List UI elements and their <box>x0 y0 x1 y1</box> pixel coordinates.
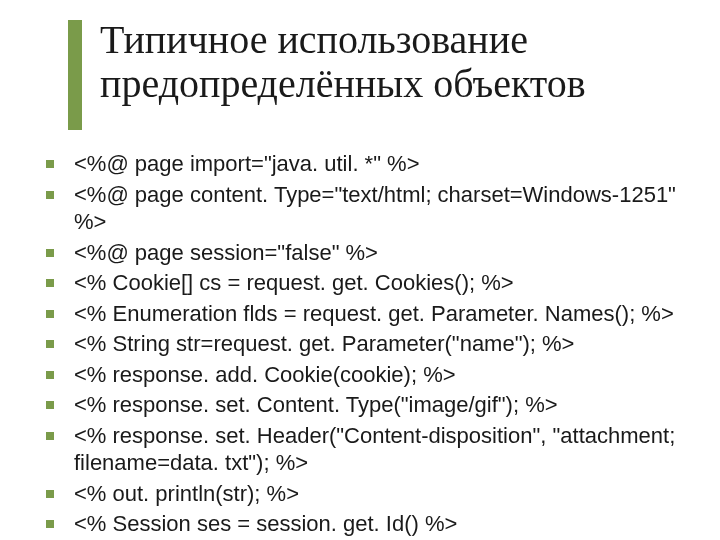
list-item: <% Enumeration flds = request. get. Para… <box>34 300 694 328</box>
bullet-icon <box>46 279 54 287</box>
list-item-text: <% out. println(str); %> <box>74 481 299 506</box>
list-item: <% response. set. Content. Type("image/g… <box>34 391 694 419</box>
bullet-icon <box>46 490 54 498</box>
slide-title: Типичное использование предопределённых … <box>100 18 700 106</box>
list-item-text: <% response. set. Header("Content-dispos… <box>74 423 675 476</box>
list-item-text: <% Cookie[] cs = request. get. Cookies()… <box>74 270 514 295</box>
list-item: <% String str=request. get. Parameter("n… <box>34 330 694 358</box>
bullet-icon <box>46 401 54 409</box>
list-item: <%@ page session="false" %> <box>34 239 694 267</box>
list-item-text: <% response. add. Cookie(cookie); %> <box>74 362 456 387</box>
list-item: <%@ page import="java. util. *" %> <box>34 150 694 178</box>
list-item: <% response. set. Header("Content-dispos… <box>34 422 694 477</box>
list-item-text: <% Enumeration flds = request. get. Para… <box>74 301 674 326</box>
list-item: <% response. add. Cookie(cookie); %> <box>34 361 694 389</box>
list-item: <% out. println(str); %> <box>34 480 694 508</box>
bullet-icon <box>46 160 54 168</box>
bullet-icon <box>46 371 54 379</box>
title-accent-bar <box>68 20 82 130</box>
bullet-icon <box>46 310 54 318</box>
bullet-icon <box>46 520 54 528</box>
list-item: <% Session ses = session. get. Id() %> <box>34 510 694 538</box>
list-item-text: <% response. set. Content. Type("image/g… <box>74 392 558 417</box>
list-item-text: <%@ page import="java. util. *" %> <box>74 151 420 176</box>
bullet-icon <box>46 340 54 348</box>
list-item-text: <%@ page session="false" %> <box>74 240 378 265</box>
bullet-icon <box>46 249 54 257</box>
bullet-icon <box>46 432 54 440</box>
bullet-list: <%@ page import="java. util. *" %> <%@ p… <box>34 150 694 540</box>
list-item-text: <% String str=request. get. Parameter("n… <box>74 331 574 356</box>
list-item: <%@ page content. Type="text/html; chars… <box>34 181 694 236</box>
list-item-text: <%@ page content. Type="text/html; chars… <box>74 182 676 235</box>
bullet-icon <box>46 191 54 199</box>
list-item: <% Cookie[] cs = request. get. Cookies()… <box>34 269 694 297</box>
slide-body: <%@ page import="java. util. *" %> <%@ p… <box>34 150 694 540</box>
slide: Типичное использование предопределённых … <box>0 0 720 540</box>
list-item-text: <% Session ses = session. get. Id() %> <box>74 511 457 536</box>
